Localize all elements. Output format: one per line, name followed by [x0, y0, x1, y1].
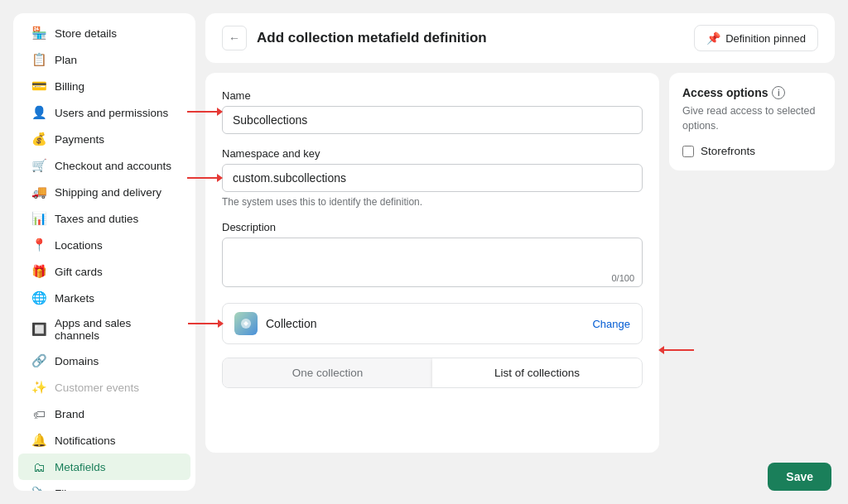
sidebar-item-brand[interactable]: 🏷Brand — [18, 401, 190, 427]
description-field-group: Description 0/100 — [222, 221, 643, 290]
collection-type-name: Collection — [266, 317, 316, 330]
sidebar-item-customer-events: ✨Customer events — [18, 374, 190, 401]
namespace-hint: The system uses this to identify the def… — [222, 196, 643, 208]
sidebar-item-markets[interactable]: 🌐Markets — [18, 285, 190, 311]
name-field-group: Name — [222, 89, 643, 134]
sidebar-item-users-permissions[interactable]: 👤Users and permissions — [18, 99, 190, 126]
apps-sales-channels-label: Apps and sales channels — [55, 317, 177, 342]
name-input[interactable] — [222, 106, 643, 134]
customer-events-label: Customer events — [55, 382, 139, 394]
gift-cards-icon: 🎁 — [31, 264, 46, 279]
storefronts-row: Storefronts — [682, 145, 822, 157]
content-area: Name Namespace and key The system uses t… — [205, 73, 835, 453]
sidebar-item-apps-sales-channels[interactable]: 🔲Apps and sales channels — [18, 311, 190, 348]
namespace-label: Namespace and key — [222, 147, 643, 160]
plan-label: Plan — [55, 54, 77, 66]
sidebar: 🏪Store details📋Plan💳Billing👤Users and pe… — [13, 13, 195, 491]
taxes-duties-label: Taxes and duties — [55, 213, 138, 225]
storefronts-checkbox[interactable] — [682, 146, 694, 157]
header-left: ← Add collection metafield definition — [222, 26, 487, 50]
notifications-label: Notifications — [55, 434, 116, 447]
sidebar-item-locations[interactable]: 📍Locations — [18, 232, 190, 258]
markets-label: Markets — [55, 292, 94, 305]
customer-events-icon: ✨ — [31, 380, 46, 395]
brand-icon: 🏷 — [31, 406, 46, 421]
arrow-list — [658, 346, 694, 354]
storefronts-label: Storefronts — [701, 145, 755, 157]
namespace-input[interactable] — [222, 164, 643, 192]
billing-icon: 💳 — [31, 79, 46, 94]
access-description: Give read access to selected options. — [682, 104, 822, 133]
shipping-delivery-icon: 🚚 — [31, 185, 46, 199]
description-wrapper: 0/100 — [222, 238, 643, 290]
name-label: Name — [222, 89, 643, 102]
files-label: Files — [55, 487, 79, 492]
metafields-icon: 🗂 — [31, 459, 46, 474]
domains-label: Domains — [55, 355, 99, 367]
description-label: Description — [222, 221, 643, 233]
users-permissions-icon: 👤 — [31, 105, 46, 120]
billing-label: Billing — [55, 80, 84, 93]
access-panel: Access options i Give read access to sel… — [669, 73, 835, 170]
namespace-field-group: Namespace and key The system uses this t… — [222, 147, 643, 208]
arrow-collection — [188, 319, 224, 328]
save-button[interactable]: Save — [768, 463, 831, 491]
access-title-text: Access options — [682, 86, 768, 99]
sidebar-item-metafields[interactable]: 🗂Metafields — [18, 454, 190, 480]
arrow-namespace — [187, 174, 223, 182]
back-button[interactable]: ← — [222, 26, 247, 50]
sidebar-item-taxes-duties[interactable]: 📊Taxes and duties — [18, 205, 190, 232]
collection-icon — [234, 312, 258, 335]
collection-type-row: Collection Change — [222, 303, 643, 344]
sidebar-item-billing[interactable]: 💳Billing — [18, 73, 190, 99]
files-icon: 📎 — [31, 486, 46, 491]
sidebar-item-store-details[interactable]: 🏪Store details — [18, 20, 190, 46]
gift-cards-label: Gift cards — [55, 266, 103, 278]
sidebar-item-payments[interactable]: 💰Payments — [18, 126, 190, 152]
page-header: ← Add collection metafield definition 📌 … — [205, 13, 835, 63]
locations-label: Locations — [55, 239, 103, 252]
toggle-one-collection[interactable]: One collection — [223, 358, 432, 387]
payments-icon: 💰 — [31, 132, 46, 146]
change-link[interactable]: Change — [592, 318, 630, 330]
form-panel: Name Namespace and key The system uses t… — [205, 73, 659, 453]
markets-icon: 🌐 — [31, 290, 46, 305]
char-count: 0/100 — [611, 273, 634, 283]
sidebar-item-shipping-delivery[interactable]: 🚚Shipping and delivery — [18, 179, 190, 205]
shipping-delivery-label: Shipping and delivery — [55, 186, 161, 199]
payments-label: Payments — [55, 133, 104, 146]
toggle-list-collections[interactable]: List of collections — [432, 358, 642, 387]
main-content: ← Add collection metafield definition 📌 … — [205, 13, 835, 491]
description-textarea[interactable] — [222, 238, 643, 287]
collection-left: Collection — [234, 312, 316, 335]
definition-pinned-label: Definition pinned — [725, 32, 806, 45]
notifications-icon: 🔔 — [31, 433, 46, 448]
sidebar-item-checkout-accounts[interactable]: 🛒Checkout and accounts — [18, 152, 190, 179]
sidebar-item-files[interactable]: 📎Files — [18, 480, 190, 491]
pin-icon: 📌 — [706, 31, 720, 45]
checkout-accounts-label: Checkout and accounts — [55, 160, 171, 172]
brand-label: Brand — [55, 408, 84, 420]
locations-icon: 📍 — [31, 238, 46, 252]
sidebar-item-gift-cards[interactable]: 🎁Gift cards — [18, 258, 190, 285]
sidebar-item-notifications[interactable]: 🔔Notifications — [18, 427, 190, 454]
metafields-label: Metafields — [55, 461, 106, 473]
store-details-icon: 🏪 — [31, 26, 46, 41]
sidebar-item-plan[interactable]: 📋Plan — [18, 46, 190, 73]
bottom-actions: Save — [205, 463, 835, 491]
sidebar-item-domains[interactable]: 🔗Domains — [18, 348, 190, 374]
plan-icon: 📋 — [31, 52, 46, 67]
apps-sales-channels-icon: 🔲 — [31, 322, 46, 337]
toggle-group: One collection List of collections — [222, 358, 643, 388]
back-icon: ← — [229, 31, 240, 45]
checkout-accounts-icon: 🛒 — [31, 158, 46, 173]
users-permissions-label: Users and permissions — [55, 107, 168, 119]
domains-icon: 🔗 — [31, 353, 46, 368]
page-title: Add collection metafield definition — [257, 30, 487, 46]
store-details-label: Store details — [55, 27, 117, 40]
taxes-duties-icon: 📊 — [31, 211, 46, 226]
info-icon[interactable]: i — [772, 86, 785, 99]
definition-pinned-button[interactable]: 📌 Definition pinned — [694, 25, 818, 51]
arrow-name — [187, 108, 223, 116]
access-title: Access options i — [682, 86, 822, 99]
